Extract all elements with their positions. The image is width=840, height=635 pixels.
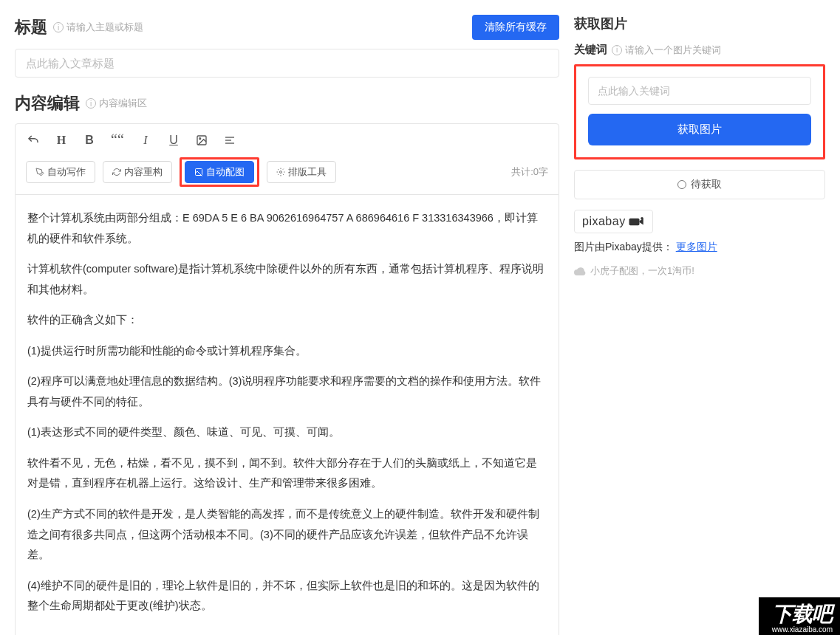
action-row: 自动写作 内容重构 自动配图 排版工具 共计:0字 [26, 157, 548, 187]
paragraph: 软件的正确含义如下： [27, 310, 547, 331]
editor-toolbar: H B ““ I U 自动写作 内容重构 [15, 123, 559, 195]
italic-icon[interactable]: I [138, 134, 153, 147]
cloud-icon [574, 267, 586, 275]
title-hint: i 请输入主题或标题 [53, 21, 143, 34]
title-header: 标题 i 请输入主题或标题 清除所有缓存 [15, 15, 559, 40]
auto-image-button[interactable]: 自动配图 [185, 161, 254, 183]
camera-icon [629, 216, 645, 227]
undo-icon[interactable] [26, 134, 41, 147]
paragraph: (4)维护不同的硬件是旧的，理论上软件是旧的，并不坏，但实际上软件也是旧的和坏的… [27, 576, 547, 617]
auto-image-highlight: 自动配图 [180, 157, 259, 187]
main-panel: 标题 i 请输入主题或标题 清除所有缓存 内容编辑 i 内容编辑区 H [15, 15, 559, 635]
info-icon: i [86, 98, 96, 109]
clear-cache-button[interactable]: 清除所有缓存 [472, 15, 559, 40]
svg-point-8 [641, 217, 643, 220]
more-images-link[interactable]: 更多图片 [676, 241, 717, 253]
info-icon: i [53, 22, 64, 32]
paragraph: 整个计算机系统由两部分组成：E 69DA 5 E 6 BA 9062616964… [27, 208, 547, 249]
article-title-input[interactable] [15, 49, 559, 78]
info-icon: i [612, 45, 622, 55]
paragraph: (1)提供运行时所需功能和性能的命令或计算机程序集合。 [27, 341, 547, 362]
svg-rect-7 [629, 219, 639, 226]
watermark: 下载吧 www.xiazaiba.com [759, 597, 840, 635]
title-heading: 标题 [15, 16, 47, 38]
keyword-input[interactable] [588, 77, 811, 105]
fetch-heading: 获取图片 [574, 15, 825, 32]
bold-icon[interactable]: B [82, 134, 97, 147]
quote-icon[interactable]: ““ [110, 131, 125, 148]
pixabay-badge: pixabay [574, 210, 653, 233]
cloud-row: 小虎子配图，一次1淘币! [574, 264, 825, 278]
provider-row: 图片由Pixabay提供： 更多图片 [574, 241, 825, 254]
layout-tool-button[interactable]: 排版工具 [267, 161, 336, 183]
paragraph: 计算机软件(computer software)是指计算机系统中除硬件以外的所有… [27, 259, 547, 300]
editor-body[interactable]: 整个计算机系统由两部分组成：E 69DA 5 E 6 BA 9062616964… [15, 195, 559, 635]
underline-icon[interactable]: U [166, 134, 181, 147]
word-count: 共计:0字 [511, 165, 548, 179]
circle-icon [677, 180, 686, 189]
keyword-label: 关键词 [574, 43, 607, 57]
sidebar: 获取图片 关键词 i 请输入一个图片关键词 获取图片 待获取 pixabay [574, 15, 825, 635]
paragraph: (2)程序可以满意地处理信息的数据结构。(3)说明程序功能要求和程序需要的文档的… [27, 371, 547, 412]
paragraph: (1)表达形式不同的硬件类型、颜色、味道、可见、可摸、可闻。 [27, 422, 547, 443]
fetch-image-button[interactable]: 获取图片 [588, 114, 811, 145]
svg-point-1 [199, 137, 201, 139]
auto-write-button[interactable]: 自动写作 [26, 161, 95, 183]
image-icon[interactable] [194, 134, 209, 146]
content-heading: 内容编辑 [15, 92, 80, 114]
align-left-icon[interactable] [222, 134, 237, 146]
restructure-button[interactable]: 内容重构 [103, 161, 172, 183]
paragraph: 软件看不见，无色，枯燥，看不见，摸不到，闻不到。软件大部分存在于人们的头脑或纸上… [27, 453, 547, 494]
keyword-highlight-box: 获取图片 [574, 64, 825, 159]
pending-button[interactable]: 待获取 [574, 170, 825, 199]
format-row: H B ““ I U [26, 131, 548, 148]
keyword-hint: i 请输入一个图片关键词 [612, 44, 721, 57]
svg-point-6 [280, 171, 282, 174]
content-hint: i 内容编辑区 [86, 97, 147, 110]
paragraph: (2)生产方式不同的软件是开发，是人类智能的高发挥，而不是传统意义上的硬件制造。… [27, 504, 547, 566]
heading-icon[interactable]: H [54, 134, 69, 147]
